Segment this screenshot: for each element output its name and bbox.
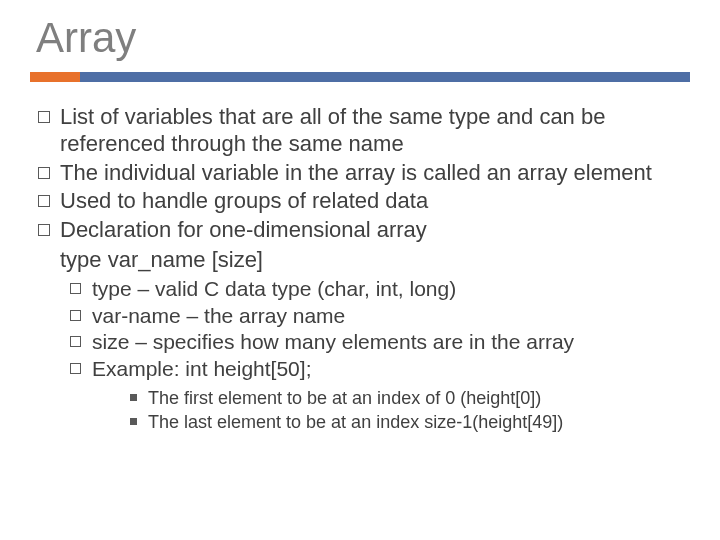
subsub-bullet-list: The first element to be at an index of 0… [130, 387, 686, 434]
bullet-item: List of variables that are all of the sa… [34, 104, 686, 158]
sub-bullet-item: var-name – the array name [70, 303, 686, 330]
sub-bullet-list: type – valid C data type (char, int, lon… [70, 276, 686, 384]
content-area: List of variables that are all of the sa… [30, 82, 690, 434]
subsub-bullet-item: The last element to be at an index size-… [130, 411, 686, 434]
syntax-line: type var_name [size] [60, 246, 686, 274]
title-underline [30, 72, 690, 82]
slide: Array List of variables that are all of … [0, 0, 720, 434]
sub-bullet-item: size – specifies how many elements are i… [70, 329, 686, 356]
bullet-item: Declaration for one-dimensional array [34, 217, 686, 244]
sub-bullet-item: Example: int height[50]; [70, 356, 686, 383]
underline-body [80, 72, 690, 82]
sub-bullet-item: type – valid C data type (char, int, lon… [70, 276, 686, 303]
slide-title: Array [36, 14, 690, 62]
bullet-item: The individual variable in the array is … [34, 160, 686, 187]
bullet-item: Used to handle groups of related data [34, 188, 686, 215]
underline-accent [30, 72, 80, 82]
bullet-list: List of variables that are all of the sa… [34, 104, 686, 244]
subsub-bullet-item: The first element to be at an index of 0… [130, 387, 686, 410]
